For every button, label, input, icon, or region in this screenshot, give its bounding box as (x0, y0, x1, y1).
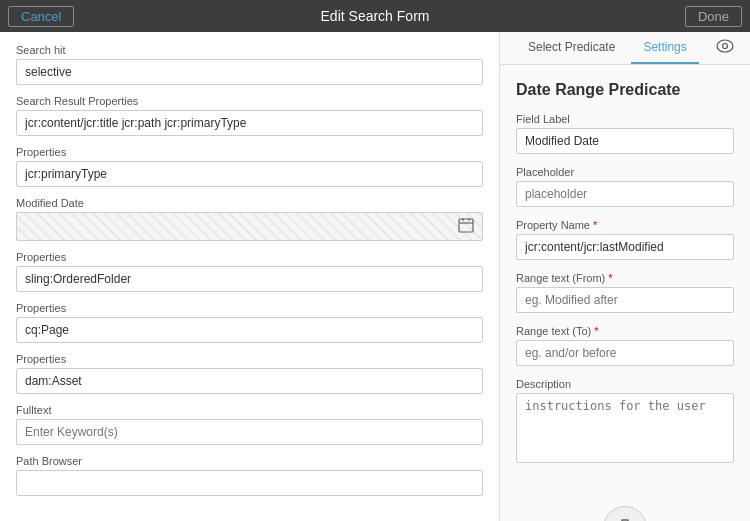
modified-date-wrapper (16, 212, 483, 241)
right-field-label-4: Range text (To) * (516, 325, 734, 337)
left-field-label-2: Properties (16, 146, 483, 158)
right-field-group-1: Placeholder (516, 166, 734, 207)
delete-button-container (500, 494, 750, 521)
right-field-input-4[interactable] (516, 340, 734, 366)
svg-point-4 (717, 40, 733, 52)
left-field-input-8[interactable] (16, 470, 483, 496)
right-field-group-2: Property Name * (516, 219, 734, 260)
right-field-input-0[interactable] (516, 128, 734, 154)
left-field-input-4[interactable] (16, 266, 483, 292)
tab-settings[interactable]: Settings (631, 32, 698, 64)
right-field-group-4: Range text (To) * (516, 325, 734, 366)
left-field-input-5[interactable] (16, 317, 483, 343)
calendar-icon[interactable] (450, 213, 482, 240)
left-field-input-1[interactable] (16, 110, 483, 136)
right-field-label-5: Description (516, 378, 734, 390)
done-button[interactable]: Done (685, 6, 742, 27)
eye-icon[interactable] (716, 39, 734, 57)
modified-date-input[interactable] (17, 215, 450, 239)
left-field-input-6[interactable] (16, 368, 483, 394)
right-field-group-5: Description (516, 378, 734, 466)
right-field-label-1: Placeholder (516, 166, 734, 178)
left-field-group-5: Properties (16, 302, 483, 343)
right-field-input-1[interactable] (516, 181, 734, 207)
left-field-label-8: Path Browser (16, 455, 483, 467)
page-title: Edit Search Form (321, 8, 430, 24)
svg-point-5 (723, 44, 728, 49)
left-field-input-0[interactable] (16, 59, 483, 85)
right-field-input-3[interactable] (516, 287, 734, 313)
left-field-label-0: Search hit (16, 44, 483, 56)
left-field-group-4: Properties (16, 251, 483, 292)
right-field-group-0: Field Label (516, 113, 734, 154)
left-field-group-8: Path Browser (16, 455, 483, 496)
left-field-group-7: Fulltext (16, 404, 483, 445)
right-field-textarea-5[interactable] (516, 393, 734, 463)
tab-select-predicate[interactable]: Select Predicate (516, 32, 627, 64)
left-field-label-3: Modified Date (16, 197, 483, 209)
trash-icon (615, 517, 635, 521)
left-field-label-7: Fulltext (16, 404, 483, 416)
right-field-group-3: Range text (From) * (516, 272, 734, 313)
left-field-label-5: Properties (16, 302, 483, 314)
right-field-input-2[interactable] (516, 234, 734, 260)
left-field-group-2: Properties (16, 146, 483, 187)
delete-button[interactable] (603, 506, 647, 521)
right-field-label-3: Range text (From) * (516, 272, 734, 284)
left-field-input-7[interactable] (16, 419, 483, 445)
left-field-label-4: Properties (16, 251, 483, 263)
right-field-label-2: Property Name * (516, 219, 734, 231)
svg-rect-0 (459, 219, 473, 232)
cancel-button[interactable]: Cancel (8, 6, 74, 27)
left-field-label-6: Properties (16, 353, 483, 365)
left-field-input-2[interactable] (16, 161, 483, 187)
right-panel: Select PredicateSettings Date Range Pred… (500, 32, 750, 521)
left-field-group-0: Search hit (16, 44, 483, 85)
right-field-label-0: Field Label (516, 113, 734, 125)
main-container: Search hitSearch Result PropertiesProper… (0, 32, 750, 521)
header: Cancel Edit Search Form Done (0, 0, 750, 32)
left-panel: Search hitSearch Result PropertiesProper… (0, 32, 500, 521)
left-field-group-3: Modified Date (16, 197, 483, 241)
settings-section-title: Date Range Predicate (516, 81, 734, 99)
left-field-group-6: Properties (16, 353, 483, 394)
left-field-label-1: Search Result Properties (16, 95, 483, 107)
settings-content: Date Range Predicate Field LabelPlacehol… (500, 65, 750, 494)
tabs-bar: Select PredicateSettings (500, 32, 750, 65)
left-field-group-1: Search Result Properties (16, 95, 483, 136)
